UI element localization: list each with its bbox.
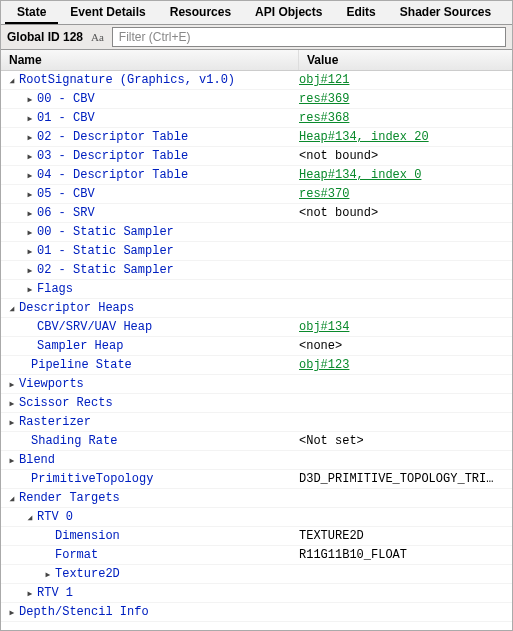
column-name-header[interactable]: Name (1, 50, 299, 70)
tree-row-value[interactable]: obj#121 (299, 73, 512, 87)
expand-collapse-icon[interactable]: ▶ (25, 190, 35, 199)
tree-row-label: Render Targets (19, 491, 120, 505)
tree-row[interactable]: ▶Blend (1, 451, 512, 470)
tree-row-value: <not bound> (299, 149, 512, 163)
tab-edits[interactable]: Edits (334, 1, 387, 24)
expand-collapse-icon[interactable]: ◢ (7, 76, 17, 85)
tree-row[interactable]: ▶Scissor Rects (1, 394, 512, 413)
tree-row[interactable]: Shading Rate<Not set> (1, 432, 512, 451)
tree-row-name: ▶04 - Descriptor Table (1, 168, 299, 182)
filter-input[interactable] (112, 27, 506, 47)
tree-row[interactable]: FormatR11G11B10_FLOAT (1, 546, 512, 565)
tree-row-label: 04 - Descriptor Table (37, 168, 188, 182)
tree-row[interactable]: ▶Depth/Stencil Info (1, 603, 512, 622)
tree-row-value[interactable]: res#370 (299, 187, 512, 201)
tree-row-name: ▶01 - CBV (1, 111, 299, 125)
tree-row-value: <none> (299, 339, 512, 353)
tree-row-label: Dimension (55, 529, 120, 543)
tree-row[interactable]: ▶01 - CBVres#368 (1, 109, 512, 128)
expand-collapse-icon[interactable]: ▶ (7, 456, 17, 465)
expand-collapse-icon[interactable]: ◢ (7, 304, 17, 313)
tab-shader-sources[interactable]: Shader Sources (388, 1, 503, 24)
tree-row-label: 01 - CBV (37, 111, 95, 125)
tab-resources[interactable]: Resources (158, 1, 243, 24)
expand-collapse-icon[interactable]: ▶ (25, 266, 35, 275)
column-value-header[interactable]: Value (299, 50, 512, 70)
tree-row[interactable]: Pipeline Stateobj#123 (1, 356, 512, 375)
tree-row-label: 02 - Static Sampler (37, 263, 174, 277)
tree-row[interactable]: ◢RTV 0 (1, 508, 512, 527)
expand-collapse-icon[interactable]: ▶ (7, 418, 17, 427)
tree-row-name: ▶06 - SRV (1, 206, 299, 220)
tree-row-name: CBV/SRV/UAV Heap (1, 320, 299, 334)
tree-row-label: PrimitiveTopology (31, 472, 153, 486)
tree-row-name: ▶Rasterizer (1, 415, 299, 429)
tree-row-name: Shading Rate (1, 434, 299, 448)
expand-collapse-icon[interactable]: ▶ (25, 133, 35, 142)
tree-row[interactable]: ▶02 - Static Sampler (1, 261, 512, 280)
expand-collapse-icon[interactable]: ▶ (25, 589, 35, 598)
tree-row[interactable]: ▶00 - Static Sampler (1, 223, 512, 242)
tree-row-label: 03 - Descriptor Table (37, 149, 188, 163)
tree-row-value[interactable]: obj#134 (299, 320, 512, 334)
tree-row[interactable]: ▶Texture2D (1, 565, 512, 584)
expand-collapse-icon[interactable]: ▶ (25, 95, 35, 104)
expand-collapse-icon[interactable]: ▶ (7, 608, 17, 617)
toolbar: Global ID 128 Aa (1, 25, 512, 50)
expand-collapse-icon[interactable]: ◢ (7, 494, 17, 503)
expand-collapse-icon[interactable]: ▶ (25, 285, 35, 294)
expand-collapse-icon[interactable]: ▶ (25, 247, 35, 256)
tree-row-value[interactable]: res#368 (299, 111, 512, 125)
tree-row[interactable]: ▶RTV 1 (1, 584, 512, 603)
tab-bar: StateEvent DetailsResourcesAPI ObjectsEd… (1, 1, 512, 25)
expand-collapse-icon[interactable]: ▶ (25, 114, 35, 123)
tree-row[interactable]: ◢Descriptor Heaps (1, 299, 512, 318)
tree-row[interactable]: ▶00 - CBVres#369 (1, 90, 512, 109)
tree-row-name: ▶Texture2D (1, 567, 299, 581)
tree-row-name: ▶03 - Descriptor Table (1, 149, 299, 163)
tree-row[interactable]: ▶Viewports (1, 375, 512, 394)
tree-row-label: Pipeline State (31, 358, 132, 372)
tree-row[interactable]: ▶01 - Static Sampler (1, 242, 512, 261)
tree-row[interactable]: ▶05 - CBVres#370 (1, 185, 512, 204)
expand-collapse-icon[interactable]: ◢ (25, 513, 35, 522)
expand-collapse-icon[interactable]: ▶ (43, 570, 53, 579)
expand-collapse-icon[interactable]: ▶ (7, 380, 17, 389)
tree-row[interactable]: ▶04 - Descriptor TableHeap#134, index 0 (1, 166, 512, 185)
tree-row-name: PrimitiveTopology (1, 472, 299, 486)
expand-collapse-icon[interactable]: ▶ (25, 171, 35, 180)
tree-row-label: Shading Rate (31, 434, 117, 448)
tree-row-name: ▶Flags (1, 282, 299, 296)
tree-row[interactable]: ▶03 - Descriptor Table<not bound> (1, 147, 512, 166)
tree-row[interactable]: ▶06 - SRV<not bound> (1, 204, 512, 223)
tree-row-label: Descriptor Heaps (19, 301, 134, 315)
expand-collapse-icon[interactable]: ▶ (25, 228, 35, 237)
tree-row-value[interactable]: res#369 (299, 92, 512, 106)
tree-row-label: CBV/SRV/UAV Heap (37, 320, 152, 334)
tree-row-value[interactable]: Heap#134, index 0 (299, 168, 512, 182)
expand-collapse-icon[interactable]: ▶ (25, 152, 35, 161)
tree-row-value[interactable]: Heap#134, index 20 (299, 130, 512, 144)
tree-row-label: Depth/Stencil Info (19, 605, 149, 619)
tree-row-label: 06 - SRV (37, 206, 95, 220)
tree-row-label: Sampler Heap (37, 339, 123, 353)
tree-row[interactable]: ▶Rasterizer (1, 413, 512, 432)
tree-row[interactable]: DimensionTEXTURE2D (1, 527, 512, 546)
case-sensitive-icon[interactable]: Aa (89, 31, 106, 43)
tree-row[interactable]: PrimitiveTopologyD3D_PRIMITIVE_TOPOLOGY_… (1, 470, 512, 489)
tree-row[interactable]: ▶Flags (1, 280, 512, 299)
tree-row[interactable]: ◢Render Targets (1, 489, 512, 508)
tree-row[interactable]: ◢RootSignature (Graphics, v1.0)obj#121 (1, 71, 512, 90)
tab-state[interactable]: State (5, 1, 58, 24)
tree-row[interactable]: CBV/SRV/UAV Heapobj#134 (1, 318, 512, 337)
expand-collapse-icon[interactable]: ▶ (7, 399, 17, 408)
tree-row-label: Viewports (19, 377, 84, 391)
tree-row[interactable]: Sampler Heap<none> (1, 337, 512, 356)
tree-row-label: Texture2D (55, 567, 120, 581)
tree-row-value[interactable]: obj#123 (299, 358, 512, 372)
tree-row[interactable]: ▶02 - Descriptor TableHeap#134, index 20 (1, 128, 512, 147)
tree-row-name: ◢Render Targets (1, 491, 299, 505)
tab-event-details[interactable]: Event Details (58, 1, 157, 24)
expand-collapse-icon[interactable]: ▶ (25, 209, 35, 218)
tab-api-objects[interactable]: API Objects (243, 1, 334, 24)
